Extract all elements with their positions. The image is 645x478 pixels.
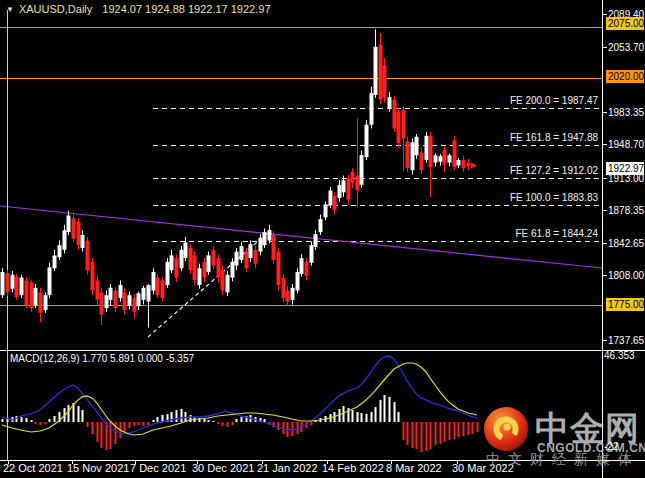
fib-level-label: FE 200.0 = 1987.47 (510, 95, 598, 106)
price-axis-label: 1737.65 (608, 335, 644, 346)
fib-level-label: FE 161.8 = 1947.88 (510, 132, 598, 143)
price-axis-label: 1948.70 (608, 139, 644, 150)
macd-indicator-label: MACD(12,26,9) 1.770 5.891 0.000 -5.357 (10, 353, 194, 364)
symbol-timeframe-label: XAUUSD,Daily (19, 3, 92, 15)
cngold-logo-icon (482, 405, 530, 453)
macd-scale-label: -22 (604, 441, 618, 452)
date-axis-label: 22 Oct 2021 (3, 462, 63, 474)
price-axis-label: 1983.35 (608, 107, 644, 118)
current-price-arrow (471, 162, 477, 168)
price-axis-label: 1913.00 (608, 173, 644, 184)
watermark-tagline: 中文财经新媒体 (486, 451, 640, 469)
price-axis-label: 1842.65 (608, 238, 644, 249)
price-axis-label: 2053.70 (608, 42, 644, 53)
price-axis-label: 1808.00 (608, 270, 644, 281)
fib-level-label: FE 127.2 = 1912.02 (510, 165, 598, 176)
price-tag[interactable]: 1775.00 (606, 298, 644, 311)
macd-panel (2, 356, 479, 452)
date-axis-label: 30 Dec 2021 (192, 462, 254, 474)
macd-signal-line (2, 363, 477, 435)
chart-title: ▼XAUUSD,Daily1924.07 1924.88 1922.17 192… (6, 3, 271, 15)
price-tag[interactable]: 2020.00 (606, 70, 644, 83)
date-axis-label: 14 Feb 2022 (322, 462, 384, 474)
date-axis-label: 8 Mar 2022 (386, 462, 442, 474)
mt4-chart-window: ▼XAUUSD,Daily1924.07 1924.88 1922.17 192… (0, 0, 645, 478)
fib-level-label: FE 61.8 = 1844.24 (515, 228, 598, 239)
fib-level-label: FE 100.0 = 1883.83 (510, 192, 598, 203)
macd-scale-label: 46.353 (604, 350, 635, 361)
ohlc-readout: 1924.07 1924.88 1922.17 1922.97 (102, 3, 270, 15)
date-axis-label: 21 Jan 2022 (257, 462, 318, 474)
symbol-dropdown-icon[interactable]: ▼ (6, 5, 14, 14)
price-tag[interactable]: 2075.00 (606, 17, 644, 30)
date-axis-label: 15 Nov 2021 (67, 462, 129, 474)
date-axis-label: 7 Dec 2021 (130, 462, 186, 474)
price-axis-label: 1878.35 (608, 205, 644, 216)
macd-line (2, 356, 477, 434)
